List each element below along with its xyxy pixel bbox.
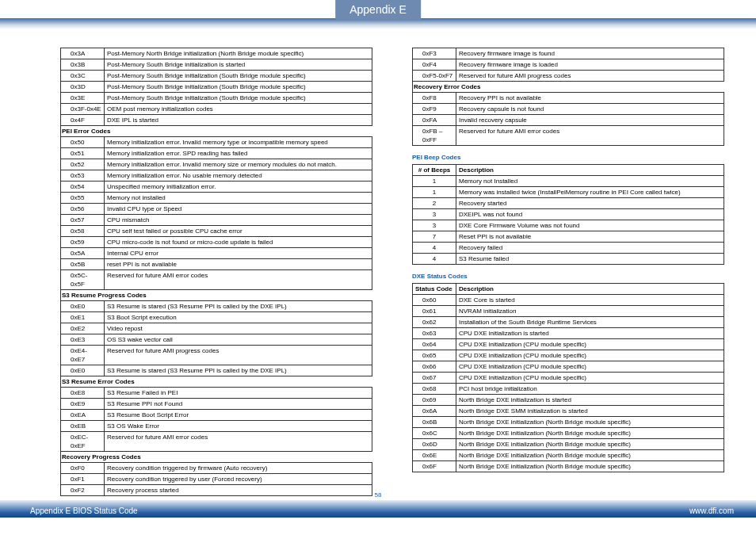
table-row: 0x67CPU DXE initialization (CPU module s… <box>413 373 724 384</box>
desc-cell: North Bridge DXE initialization (North B… <box>456 428 724 439</box>
code-cell: 0x5C-0x5F <box>61 270 105 290</box>
content-area: 0x3APost-Memory North Bridge initializat… <box>60 48 724 491</box>
desc-cell: North Bridge DXE initialization (North B… <box>456 417 724 428</box>
desc-cell: DXE IPL is started <box>105 115 372 126</box>
beeps-cell: 3 <box>413 209 456 220</box>
footer-left: Appendix E BIOS Status Code <box>30 506 138 515</box>
code-cell: 0x3E <box>61 93 105 104</box>
desc-cell: Post-Memory South Bridge initialization … <box>105 93 372 104</box>
desc-cell: Reserved for future AMI error codes <box>456 126 724 146</box>
desc-cell: NVRAM initialization <box>456 306 724 317</box>
status-codes-table-right: 0xF3Recovery firmware image is found0xF4… <box>412 48 724 146</box>
code-cell: 0xEC-0xEF <box>61 432 105 452</box>
code-cell: 0xEA <box>61 410 105 421</box>
code-cell: 0x3B <box>61 59 105 71</box>
desc-cell: Invalid recovery capsule <box>456 115 724 126</box>
desc-cell: DXE Core Firmware Volume was not found <box>456 220 724 231</box>
code-cell: 0xFA <box>413 115 456 126</box>
table-row: 0x3CPost-Memory South Bridge initializat… <box>61 71 372 82</box>
code-cell: 0x3C <box>61 71 105 82</box>
table-row: 7Reset PPI is not available <box>413 231 724 243</box>
code-cell: 0x63 <box>413 328 456 339</box>
code-cell: 0x3A <box>61 48 105 59</box>
desc-cell: Recovery condition triggered by user (Fo… <box>105 474 372 485</box>
beeps-cell: 2 <box>413 198 456 209</box>
table-row: 0xE1S3 Boot Script execution <box>61 312 372 323</box>
desc-cell: Memory not installed <box>105 193 372 204</box>
code-cell: 0xF0 <box>61 463 105 474</box>
code-cell: 0x50 <box>61 137 105 148</box>
beeps-cell: 1 <box>413 176 456 187</box>
beeps-cell: 3 <box>413 220 456 231</box>
desc-cell: Memory initialization error. Invalid mem… <box>105 159 372 170</box>
code-cell: 0xE2 <box>61 323 105 334</box>
pei-beep-title: PEI Beep Codes <box>412 154 724 161</box>
desc-cell: CPU mismatch <box>105 215 372 226</box>
desc-cell: CPU DXE initialization is started <box>456 328 724 339</box>
code-cell: 0xF5-0xF7 <box>413 71 456 82</box>
desc-cell: Reset PPI is not available <box>456 231 724 243</box>
table-row: 0x54Unspecified memory initialization er… <box>61 182 372 193</box>
table-row: 0x5AInternal CPU error <box>61 248 372 259</box>
table-row: 0xE4-0xE7Reserved for future AMI progres… <box>61 346 372 365</box>
desc-cell: OEM post memory initialization codes <box>105 104 372 115</box>
desc-cell: OS S3 wake vector call <box>105 334 372 346</box>
table-row: 3DXEIPL was not found <box>413 209 724 220</box>
table-row: 0xF1Recovery condition triggered by user… <box>61 474 372 485</box>
table-row: 0x3DPost-Memory South Bridge initializat… <box>61 82 372 93</box>
code-cell: 0x5A <box>61 248 105 259</box>
table-row: 0x51Memory initialization error. SPD rea… <box>61 148 372 159</box>
desc-cell: Recovery capsule is not found <box>456 104 724 115</box>
desc-cell: reset PPI is not available <box>105 259 372 270</box>
table-row: 0xEBS3 OS Wake Error <box>61 421 372 432</box>
table-row: 0x58CPU self test failed or possible CPU… <box>61 226 372 237</box>
code-cell: 0xF1 <box>61 474 105 485</box>
code-cell: 0x62 <box>413 317 456 328</box>
desc-cell: Memory not Installed <box>456 176 724 187</box>
code-cell: 0xF8 <box>413 93 456 104</box>
table-row: 4S3 Resume failed <box>413 254 724 265</box>
desc-cell: Memory initialization error. SPD reading… <box>105 148 372 159</box>
table-row: 0xE3OS S3 wake vector call <box>61 334 372 346</box>
section-subheader: Recovery Progress Codes <box>61 452 372 463</box>
desc-cell: North Bridge DXE SMM initialization is s… <box>456 406 724 417</box>
code-cell: 0x60 <box>413 295 456 306</box>
table-row: 0x56Invalid CPU type or Speed <box>61 204 372 215</box>
table-row: 0xE2Video repost <box>61 323 372 334</box>
table-row: 0x66CPU DXE initialization (CPU module s… <box>413 361 724 373</box>
section-subheader: PEI Error Codes <box>61 126 372 137</box>
desc-cell: PCI host bridge initialization <box>456 384 724 395</box>
table-row: 0x63CPU DXE initialization is started <box>413 328 724 339</box>
code-cell: 0x5B <box>61 259 105 270</box>
code-cell: 0x56 <box>61 204 105 215</box>
desc-cell: CPU DXE initialization (CPU module speci… <box>456 339 724 350</box>
code-cell: 0x59 <box>61 237 105 248</box>
table-row: 0x62Installation of the South Bridge Run… <box>413 317 724 328</box>
table-row: 0xF2Recovery process started <box>61 485 372 496</box>
table-row: 0xE0S3 Resume is stared (S3 Resume PPI i… <box>61 365 372 376</box>
desc-cell: Reserved for future AMI error codes <box>105 432 372 452</box>
code-cell: 0xE9 <box>61 399 105 410</box>
code-cell: 0x64 <box>413 339 456 350</box>
code-cell: 0xF3 <box>413 48 456 59</box>
table-row: 0x3BPost-Memory South Bridge initializat… <box>61 59 372 71</box>
page-number: 58 <box>375 491 382 499</box>
table-row: 0x50Memory initialization error. Invalid… <box>61 137 372 148</box>
code-cell: 0xE4-0xE7 <box>61 346 105 365</box>
code-cell: 0x51 <box>61 148 105 159</box>
desc-cell: Reserved for future AMI error codes <box>105 270 372 290</box>
table-row: 0xF4Recovery firmware image is loaded <box>413 59 724 71</box>
table-row: 3DXE Core Firmware Volume was not found <box>413 220 724 231</box>
desc-cell: Memory initialization error. Invalid mem… <box>105 137 372 148</box>
code-cell: 0x6E <box>413 450 456 461</box>
table-row: S3 Resume Progress Codes <box>61 290 372 301</box>
code-cell: 0x3D <box>61 82 105 93</box>
code-cell: 0xF2 <box>61 485 105 496</box>
col-header: Status Code <box>413 284 456 295</box>
pei-beep-table: # of BeepsDescription1Memory not Install… <box>412 164 724 265</box>
table-row: 1Memory not Installed <box>413 176 724 187</box>
code-cell: 0x67 <box>413 373 456 384</box>
table-row: 0x3APost-Memory North Bridge initializat… <box>61 48 372 59</box>
table-row: PEI Error Codes <box>61 126 372 137</box>
desc-cell: Installation of the South Bridge Runtime… <box>456 317 724 328</box>
